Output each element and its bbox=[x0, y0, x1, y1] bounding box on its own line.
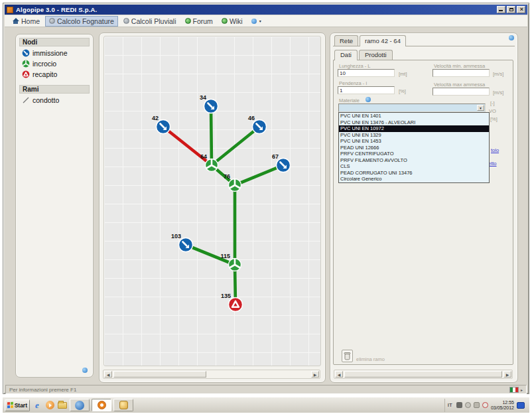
scroll-left-icon[interactable]: ◀ bbox=[335, 371, 343, 378]
material-option[interactable]: PVC UNI EN 13476 - ALVEOLARI bbox=[339, 119, 489, 126]
material-option[interactable]: PRFV FILAMENTO AVVOLTO bbox=[339, 157, 489, 164]
start-button[interactable]: Start bbox=[5, 399, 30, 411]
subtab-prodotti[interactable]: Prodotti bbox=[359, 50, 393, 60]
recapito-icon bbox=[22, 70, 30, 78]
subtab-dati[interactable]: Dati bbox=[334, 50, 358, 60]
obscured-link-1[interactable]: tolo bbox=[491, 147, 499, 153]
material-option[interactable]: PVC UNI EN 1329 bbox=[339, 132, 489, 139]
node-label: 64 bbox=[200, 153, 207, 160]
internet-explorer-icon[interactable]: e bbox=[32, 400, 42, 411]
node-label: 42 bbox=[152, 115, 159, 121]
nav-label: Forum bbox=[193, 17, 213, 25]
scroll-right-icon[interactable]: ▶ bbox=[311, 371, 319, 378]
task-button-globe[interactable] bbox=[70, 399, 90, 411]
lunghezza-input[interactable] bbox=[338, 69, 395, 77]
node-42[interactable]: 42 bbox=[152, 115, 170, 134]
folder-icon[interactable] bbox=[57, 400, 68, 411]
edge-67-76[interactable] bbox=[235, 165, 283, 185]
nav-item-wiki[interactable]: Wiki bbox=[218, 17, 246, 26]
task-button-algopipe[interactable] bbox=[92, 399, 111, 411]
dati-tab-page: Lunghezza - L [mt] Velocità min. ammessa… bbox=[333, 60, 513, 365]
materiale-label: Materiale bbox=[339, 98, 360, 104]
network-panel: 344246646776103115135 ◀ ▶ bbox=[99, 33, 326, 383]
nav-item-forum[interactable]: Forum bbox=[182, 17, 216, 26]
network-diagram: 344246646776103115135 bbox=[104, 36, 321, 366]
node-label: 135 bbox=[221, 293, 231, 299]
taskbar: Start e IT 12:55 03/05/2012 bbox=[3, 397, 529, 413]
start-label: Start bbox=[15, 402, 27, 409]
pendenza-input[interactable] bbox=[338, 86, 395, 94]
scrollbar-thumb[interactable] bbox=[344, 371, 502, 378]
nav-label: Wiki bbox=[230, 17, 243, 25]
nav-item-home[interactable]: Home bbox=[9, 17, 43, 26]
nav-item-calcolo-fognature[interactable]: Calcolo Fognature bbox=[45, 16, 118, 27]
material-option[interactable]: Circolare Generico bbox=[339, 176, 489, 182]
node-135[interactable]: 135 bbox=[221, 293, 243, 312]
node-76[interactable]: 76 bbox=[224, 173, 241, 192]
material-option[interactable]: PVC UNI EN 1453 bbox=[339, 138, 489, 145]
algopipe-icon bbox=[98, 401, 106, 409]
minimize-button[interactable] bbox=[497, 6, 505, 13]
velocita-min-input[interactable] bbox=[432, 69, 490, 77]
node-64[interactable]: 64 bbox=[200, 153, 218, 172]
gold-app-icon bbox=[119, 401, 128, 409]
legend-label: immissione bbox=[33, 49, 68, 57]
scroll-right-icon[interactable]: ▶ bbox=[503, 371, 511, 378]
italian-flag-icon[interactable] bbox=[509, 387, 519, 393]
edge-46-64[interactable] bbox=[212, 127, 259, 165]
velocita-max-input[interactable] bbox=[432, 88, 490, 96]
materiale-dropdown[interactable]: ▼ bbox=[338, 104, 486, 112]
node-103[interactable]: 103 bbox=[171, 233, 193, 252]
delete-branch-button[interactable] bbox=[342, 350, 353, 362]
network-canvas[interactable]: 344246646776103115135 bbox=[103, 36, 321, 366]
node-34[interactable]: 34 bbox=[200, 94, 218, 113]
lunghezza-label: Lunghezza - L bbox=[339, 63, 371, 69]
desktop: Algopipe 3.0 - REDI S.p.A. × Home Calcol… bbox=[0, 0, 532, 418]
tab-rete[interactable]: Rete bbox=[334, 35, 358, 46]
node-label: 103 bbox=[171, 233, 181, 240]
task-button-gold[interactable] bbox=[113, 399, 133, 411]
nav-item-calcoli-pluviali[interactable]: Calcoli Pluviali bbox=[120, 17, 180, 26]
dropdown-arrow-icon[interactable]: ▼ bbox=[477, 105, 484, 111]
titlebar[interactable]: Algopipe 3.0 - REDI S.p.A. × bbox=[5, 5, 527, 15]
tray-icon-1[interactable] bbox=[456, 402, 462, 408]
language-indicator[interactable]: IT bbox=[448, 402, 452, 408]
app-window: Algopipe 3.0 - REDI S.p.A. × Home Calcol… bbox=[3, 3, 529, 394]
material-option[interactable]: PRFV CENTRIFUGATO bbox=[339, 151, 489, 157]
sidebar-help-icon[interactable] bbox=[82, 368, 88, 373]
tab-ramo-42-64[interactable]: ramo 42 - 64 bbox=[360, 35, 406, 46]
clock-date: 03/05/2012 bbox=[491, 405, 514, 411]
velocita-min-label: Velocità min. ammessa bbox=[434, 63, 485, 69]
scroll-left-icon[interactable]: ◀ bbox=[104, 371, 112, 378]
close-button[interactable]: × bbox=[517, 6, 525, 13]
node-46[interactable]: 46 bbox=[248, 115, 267, 134]
rain-calc-icon bbox=[123, 18, 129, 24]
windows-flag-icon bbox=[7, 402, 13, 409]
flag-dropdown-icon[interactable]: ▸ bbox=[521, 387, 523, 392]
network-tray-icon[interactable] bbox=[517, 402, 525, 409]
tray-icon-2[interactable] bbox=[465, 402, 471, 408]
globe-icon bbox=[75, 401, 84, 410]
legend-item-incrocio: incrocio bbox=[16, 58, 93, 69]
material-option[interactable]: PEAD CORRUGATO UNI 13476 bbox=[339, 170, 489, 176]
panel-help-icon[interactable] bbox=[509, 35, 514, 40]
canvas-hscrollbar[interactable]: ◀ ▶ bbox=[103, 370, 320, 379]
tray-icon-3[interactable] bbox=[474, 402, 480, 408]
nav-extra-menu[interactable]: ▾ bbox=[248, 18, 265, 25]
material-option[interactable]: PVC UNI EN 10972 bbox=[339, 125, 489, 132]
media-player-icon[interactable] bbox=[44, 400, 55, 411]
scrollbar-thumb[interactable] bbox=[113, 371, 206, 378]
legend-item-condotto: condotto bbox=[16, 95, 93, 105]
legend-label: incrocio bbox=[33, 60, 56, 68]
materiale-info-icon[interactable] bbox=[366, 97, 371, 102]
restore-button[interactable] bbox=[507, 6, 515, 13]
pendenza-unit: [%] bbox=[399, 88, 406, 94]
material-option[interactable]: PVC UNI EN 1401 bbox=[339, 113, 489, 119]
material-option[interactable]: CLS bbox=[339, 163, 489, 170]
panel-hscrollbar[interactable]: ◀ ▶ bbox=[334, 370, 513, 379]
condotto-icon bbox=[22, 96, 30, 104]
tray-icon-antivirus[interactable] bbox=[482, 402, 488, 408]
edge-34-64[interactable] bbox=[211, 106, 212, 165]
node-115[interactable]: 115 bbox=[220, 253, 241, 271]
material-option[interactable]: PEAD UNI 12666 bbox=[339, 145, 489, 151]
